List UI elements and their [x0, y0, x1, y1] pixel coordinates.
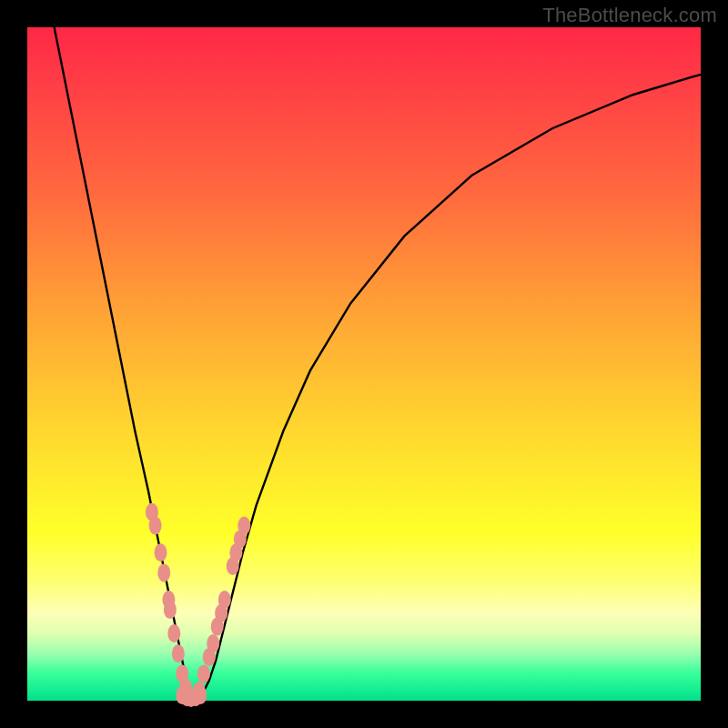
curve-marker — [194, 686, 207, 704]
bottleneck-curve — [55, 27, 701, 697]
curve-marker — [164, 601, 177, 619]
curve-marker — [157, 563, 170, 581]
plot-area — [27, 27, 701, 701]
curve-marker — [197, 664, 210, 682]
curve-marker — [155, 543, 167, 561]
chart-frame: TheBottleneck.com — [0, 0, 728, 728]
curve-marker — [149, 517, 162, 535]
marker-layer — [146, 503, 250, 707]
curve-marker — [218, 591, 231, 609]
curve-marker — [172, 644, 185, 662]
curve-svg — [27, 27, 701, 701]
curve-marker — [238, 517, 250, 535]
curve-marker — [207, 634, 219, 652]
watermark-text: TheBottleneck.com — [542, 4, 717, 27]
curve-marker — [167, 624, 180, 642]
